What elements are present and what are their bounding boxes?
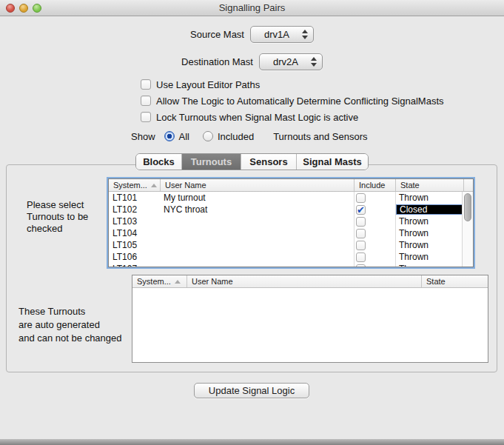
state-cell[interactable]: Thrown bbox=[395, 263, 463, 267]
source-mast-row: Source Mast drv1A bbox=[0, 25, 504, 43]
column-header-user-name[interactable]: User Name bbox=[187, 275, 421, 287]
source-mast-label: Source Mast bbox=[190, 29, 244, 40]
state-cell[interactable]: Thrown bbox=[395, 227, 463, 239]
include-checkbox[interactable] bbox=[356, 252, 366, 262]
state-cell-selected[interactable]: Closed bbox=[396, 204, 463, 215]
scrollbar-thumb[interactable] bbox=[464, 193, 471, 221]
auto-determine-conflicting-row: Allow The Logic to Automatically Determi… bbox=[141, 95, 444, 107]
include-checkbox[interactable] bbox=[356, 229, 366, 238]
lock-turnouts-checkbox[interactable] bbox=[141, 112, 151, 122]
auto-determine-conflicting-checkbox[interactable] bbox=[141, 96, 151, 106]
state-cell[interactable]: Thrown bbox=[395, 251, 463, 263]
lock-turnouts-row: Lock Turnouts when Signal Mast Logic is … bbox=[141, 111, 358, 123]
state-cell[interactable]: Thrown bbox=[395, 239, 463, 251]
tab-turnouts[interactable]: Turnouts bbox=[182, 154, 241, 170]
use-layout-editor-paths-checkbox[interactable] bbox=[141, 79, 151, 90]
show-label: Show bbox=[131, 131, 155, 142]
show-filter-row: Show All Included Turnouts and Sensors bbox=[131, 130, 368, 143]
column-header-user-name[interactable]: User Name bbox=[160, 179, 354, 191]
show-included-radio[interactable] bbox=[203, 131, 213, 141]
stepper-arrows-icon bbox=[311, 57, 317, 67]
include-checkbox[interactable] bbox=[356, 217, 366, 227]
column-header-spacer bbox=[463, 179, 474, 191]
select-turnouts-label: Please select Turnouts to be checked bbox=[27, 199, 88, 235]
table-row[interactable]: LT102 NYC throat ✔ Closed bbox=[109, 204, 473, 215]
auto-generated-label: These Turnouts are auto generated and ca… bbox=[19, 305, 122, 345]
turnouts-table-body: LT101 My turnout Thrown LT102 NYC throat… bbox=[109, 192, 473, 267]
destination-mast-label: Destination Mast bbox=[181, 56, 253, 67]
category-tabs: Blocks Turnouts Sensors Signal Masts bbox=[135, 153, 369, 170]
include-checkbox[interactable] bbox=[356, 264, 366, 267]
table-row[interactable]: LT105 Thrown bbox=[109, 239, 473, 251]
state-cell[interactable]: Thrown bbox=[395, 215, 463, 227]
tab-signal-masts[interactable]: Signal Masts bbox=[297, 154, 368, 170]
stepper-arrows-icon bbox=[302, 30, 308, 39]
sort-asc-icon bbox=[151, 184, 157, 187]
auto-table-header: System... User Name State bbox=[132, 275, 488, 288]
turnouts-and-sensors-label: Turnouts and Sensors bbox=[273, 131, 367, 142]
update-signal-logic-button[interactable]: Update Signal Logic bbox=[194, 383, 309, 398]
column-header-include[interactable]: Include bbox=[354, 179, 395, 191]
auto-table-body bbox=[132, 288, 488, 362]
window-title: Signalling Pairs bbox=[0, 2, 504, 13]
include-checkbox[interactable] bbox=[356, 241, 366, 250]
tab-sensors[interactable]: Sensors bbox=[241, 154, 297, 170]
turnouts-table: System... User Name Include State LT101 … bbox=[108, 178, 474, 267]
table-row[interactable]: LT101 My turnout Thrown bbox=[109, 192, 473, 204]
vertical-scrollbar[interactable] bbox=[462, 192, 473, 267]
include-checkbox[interactable]: ✔ bbox=[356, 205, 366, 215]
source-mast-value: drv1A bbox=[264, 29, 289, 40]
sort-asc-icon bbox=[175, 280, 181, 284]
use-layout-editor-paths-row: Use Layout Editor Paths bbox=[141, 78, 260, 90]
signalling-pairs-window: Signalling Pairs Source Mast drv1A Desti… bbox=[0, 0, 504, 445]
destination-mast-row: Destination Mast drv2A bbox=[0, 53, 504, 70]
column-header-state[interactable]: State bbox=[395, 179, 463, 191]
table-row[interactable]: LT103 Thrown bbox=[109, 215, 473, 227]
column-header-system[interactable]: System... bbox=[132, 275, 187, 287]
table-row[interactable]: LT106 Thrown bbox=[109, 251, 473, 263]
column-header-system[interactable]: System... bbox=[109, 179, 160, 191]
title-bar: Signalling Pairs bbox=[0, 0, 504, 16]
window-bottom-edge bbox=[0, 439, 504, 445]
source-mast-select[interactable]: drv1A bbox=[250, 26, 314, 43]
lock-turnouts-label: Lock Turnouts when Signal Mast Logic is … bbox=[156, 112, 358, 123]
show-all-label: All bbox=[179, 131, 189, 142]
turnouts-table-header: System... User Name Include State bbox=[109, 179, 473, 192]
auto-determine-conflicting-label: Allow The Logic to Automatically Determi… bbox=[156, 96, 444, 107]
use-layout-editor-paths-label: Use Layout Editor Paths bbox=[156, 79, 260, 90]
show-all-radio[interactable] bbox=[164, 131, 175, 141]
column-header-state[interactable]: State bbox=[421, 275, 488, 287]
table-row[interactable]: LT107 Thrown bbox=[109, 263, 473, 267]
include-checkbox[interactable] bbox=[356, 193, 366, 203]
show-included-label: Included bbox=[218, 131, 254, 142]
auto-turnouts-table: System... User Name State bbox=[132, 275, 488, 363]
table-row[interactable]: LT104 Thrown bbox=[109, 227, 473, 239]
tab-blocks[interactable]: Blocks bbox=[136, 154, 182, 170]
destination-mast-select[interactable]: drv2A bbox=[259, 53, 323, 70]
destination-mast-value: drv2A bbox=[273, 56, 298, 67]
state-cell[interactable]: Thrown bbox=[395, 192, 463, 204]
